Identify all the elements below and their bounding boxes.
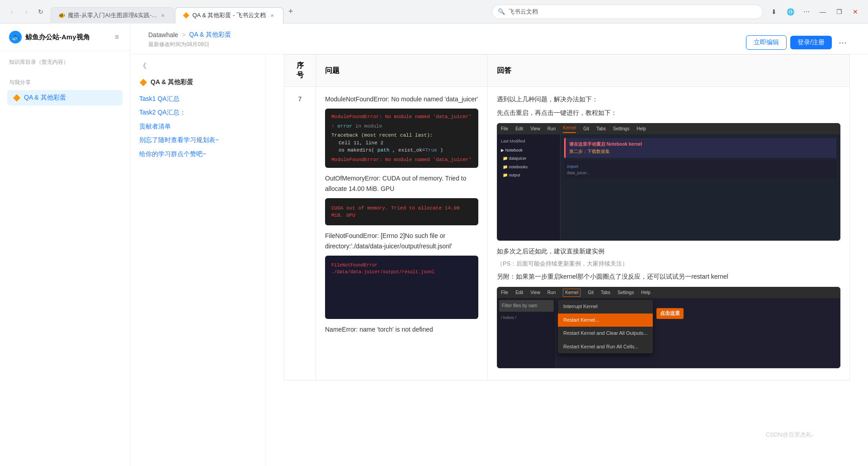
tab-2[interactable]: 🔶 QA & 其他彩蛋 - 飞书云文档 ✕ xyxy=(175,7,283,24)
doc-meta: 最新修改时间为08月09日 xyxy=(148,39,231,54)
sidebar-item-qa-eggs[interactable]: 🔶 QA & 其他彩蛋 xyxy=(7,90,123,105)
minimize-button[interactable]: — xyxy=(816,5,830,19)
qa-table: 序号 问题 回答 7 ModuleNotFoundError: No modul… xyxy=(284,54,850,380)
sidebar-header: 🐟 鲸鱼办公站-Amy视角 ≡ xyxy=(0,24,130,51)
toc-toggle-button[interactable]: 《 xyxy=(139,62,256,71)
answer-note1: 如多次之后还如此，建议直接新建实例 xyxy=(497,246,840,257)
answer-note3: 另附：如果第一步重启kernel那个小圆圈点了没反应，还可以试试另一restar… xyxy=(497,271,840,282)
address-bar[interactable]: 🔍 飞书云文档 xyxy=(492,5,763,19)
address-text: 飞书云文档 xyxy=(509,8,538,16)
question-text-2: OutOfMemoryError: CUDA out of memory. Tr… xyxy=(325,173,478,194)
breadcrumb: Datawhale > QA & 其他彩蛋 xyxy=(148,31,231,39)
header-left: Datawhale > QA & 其他彩蛋 最新修改时间为08月09日 xyxy=(148,31,231,54)
table-row: 7 ModuleNotFoundError: No module named '… xyxy=(284,87,850,380)
toc-title-text: QA & 其他彩蛋 xyxy=(151,78,193,86)
browser-actions: ⬇ 🌐 ⋯ — ❐ ✕ xyxy=(767,5,863,19)
doc-header: Datawhale > QA & 其他彩蛋 最新修改时间为08月09日 立即编辑… xyxy=(130,24,868,54)
address-bar-area: 🔍 飞书云文档 xyxy=(492,5,763,19)
tab-bar: 🐠 魔搭-从零入门AI生图原理&实践-... ✕ 🔶 QA & 其他彩蛋 - 飞… xyxy=(51,0,488,24)
notebook-screenshot-2: FileEditViewRunKernelGitTabsSettingsHelp… xyxy=(497,287,840,368)
more-button[interactable]: ⋯ xyxy=(835,35,850,50)
toc-item-like[interactable]: 给你的学习群点个赞吧~ xyxy=(139,147,256,161)
toc-title-icon: 🔶 xyxy=(139,79,147,86)
knowledge-section-title: 知识库目录（暂无内容） xyxy=(7,55,123,68)
doc-actions: 立即编辑 登录/注册 ⋯ xyxy=(746,35,850,50)
toc-item-reminder[interactable]: 别忘了随时查看学习规划表~ xyxy=(139,133,256,147)
sidebar-nav: 🔶 QA & 其他彩蛋 xyxy=(7,88,123,107)
row-answer: 遇到以上几种问题，解决办法如下： 先点击重启，再点击一键进行，教程如下： Fil… xyxy=(488,87,850,380)
breadcrumb-separator: > xyxy=(182,31,185,38)
tab2-close[interactable]: ✕ xyxy=(269,12,276,19)
forward-button[interactable]: › xyxy=(20,5,33,18)
edit-button[interactable]: 立即编辑 xyxy=(746,35,787,50)
tab2-title: QA & 其他彩蛋 - 飞书云文档 xyxy=(192,11,266,19)
error-screenshot-2: CUDA out of memory. Tried to allocate 14… xyxy=(325,198,478,225)
browser-menu-button[interactable]: ⋯ xyxy=(799,5,814,19)
shared-section-title: 与我分享 xyxy=(7,75,123,88)
sidebar-logo: 🐟 xyxy=(9,31,22,43)
question-text-3: FileNotFoundError: [Errno 2]No such file… xyxy=(325,231,478,251)
error-screenshot-1: ModuleFoundError: No module named 'data_… xyxy=(325,109,478,168)
main-layout: 🐟 鲸鱼办公站-Amy视角 ≡ 知识库目录（暂无内容） 与我分享 🔶 QA & … xyxy=(0,24,868,466)
breadcrumb-root[interactable]: Datawhale xyxy=(148,31,178,38)
answer-intro: 遇到以上几种问题，解决办法如下： xyxy=(497,94,840,105)
toc-panel: 《 🔶 QA & 其他彩蛋 Task1 QA汇总 Task2 QA汇总： 贡献者… xyxy=(130,54,266,466)
tab2-favicon: 🔶 xyxy=(183,12,189,19)
sidebar-shared-section: 与我分享 🔶 QA & 其他彩蛋 xyxy=(0,71,130,111)
notebook-screenshot: FileEditViewRunKernelGitTabsSettingsHelp… xyxy=(497,123,840,241)
toc-item-task2[interactable]: Task2 QA汇总： xyxy=(139,105,256,119)
row-num: 7 xyxy=(284,87,316,380)
browser-chrome: ‹ › ↻ 🐠 魔搭-从零入门AI生图原理&实践-... ✕ 🔶 QA & 其他… xyxy=(0,0,868,24)
toc-item-contributors[interactable]: 贡献者清单 xyxy=(139,119,256,133)
qa-eggs-icon: 🔶 xyxy=(13,94,20,101)
sidebar-collapse-button[interactable]: ≡ xyxy=(113,31,121,43)
breadcrumb-current: QA & 其他彩蛋 xyxy=(189,31,231,39)
row-question: ModuleNotFoundError: No module named 'da… xyxy=(316,87,488,380)
extensions-button[interactable]: 🌐 xyxy=(783,5,797,19)
tab1-title: 魔搭-从零入门AI生图原理&实践-... xyxy=(68,11,156,19)
sidebar-knowledge-section: 知识库目录（暂无内容） xyxy=(0,51,130,71)
error-screenshot-3: FileNotFoundError./data/data-juicer/outp… xyxy=(325,256,478,319)
back-button[interactable]: ‹ xyxy=(5,5,18,18)
tab1-close[interactable]: ✕ xyxy=(159,12,166,19)
doc-content: 《 🔶 QA & 其他彩蛋 Task1 QA汇总 Task2 QA汇总： 贡献者… xyxy=(130,54,868,466)
doc-body: 序号 问题 回答 7 ModuleNotFoundError: No modul… xyxy=(266,54,868,466)
answer-step1: 先点击重启，再点击一键进行，教程如下： xyxy=(497,108,840,119)
qa-eggs-label: QA & 其他彩蛋 xyxy=(24,94,66,102)
question-text-1: ModuleNotFoundError: No module named 'da… xyxy=(325,94,478,104)
content-area: Datawhale > QA & 其他彩蛋 最新修改时间为08月09日 立即编辑… xyxy=(130,24,868,466)
sidebar: 🐟 鲸鱼办公站-Amy视角 ≡ 知识库目录（暂无内容） 与我分享 🔶 QA & … xyxy=(0,24,130,466)
login-button[interactable]: 登录/注册 xyxy=(790,36,832,49)
close-button[interactable]: ✕ xyxy=(848,5,863,19)
new-tab-button[interactable]: + xyxy=(284,5,297,18)
question-text-4: NameError: name 'torch' is not defined xyxy=(325,324,478,334)
col-header-num: 序号 xyxy=(284,55,316,87)
toc-item-task1[interactable]: Task1 QA汇总 xyxy=(139,92,256,105)
reload-button[interactable]: ↻ xyxy=(34,5,47,18)
col-header-answer: 回答 xyxy=(488,55,850,87)
sidebar-title: 鲸鱼办公站-Amy视角 xyxy=(25,33,109,42)
nav-buttons: ‹ › ↻ xyxy=(5,5,47,18)
search-icon: 🔍 xyxy=(498,8,505,15)
tab1-favicon: 🐠 xyxy=(58,12,65,19)
maximize-button[interactable]: ❐ xyxy=(832,5,846,19)
answer-note2: （PS：后面可能会持续更新案例，大家持续关注） xyxy=(497,259,840,269)
tab-1[interactable]: 🐠 魔搭-从零入门AI生图原理&实践-... ✕ xyxy=(51,7,174,24)
download-button[interactable]: ⬇ xyxy=(767,5,781,19)
toc-title: 🔶 QA & 其他彩蛋 xyxy=(139,78,256,86)
col-header-question: 问题 xyxy=(316,55,488,87)
